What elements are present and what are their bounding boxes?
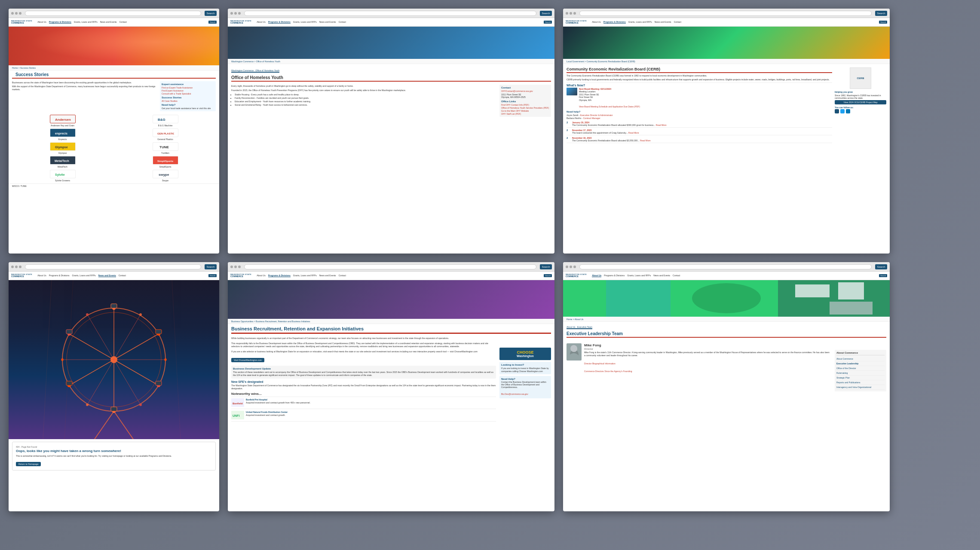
search-btn-4[interactable]: Search	[540, 264, 552, 269]
visit-choosewa-btn[interactable]: Visit ChooseWashington.com	[231, 358, 264, 362]
search-btn-1[interactable]: Search	[205, 11, 217, 16]
nav-about-4[interactable]: About Us	[257, 274, 266, 277]
search-btn-nav-2[interactable]: Search	[544, 21, 552, 24]
nav-about-6[interactable]: About Us	[592, 274, 601, 277]
nav-contact-5[interactable]: Contact	[119, 274, 126, 277]
nav-news-2[interactable]: News and Events	[319, 21, 336, 24]
ohy-link-2[interactable]: Office of Homeless Youth Service Provide…	[501, 107, 549, 109]
about-menu-item-office[interactable]: Office of the Director	[836, 366, 885, 371]
about-menu-item-leadership[interactable]: Executive Leadership	[836, 361, 885, 366]
need-help-email-4[interactable]: Biz.Dev@commerce.wa.gov	[501, 393, 528, 395]
svg-rect-42	[111, 407, 117, 411]
nav-about-2[interactable]: About Us	[257, 21, 266, 24]
error-box: 404 - Page Not Found Oops, looks like yo…	[12, 442, 216, 471]
twitter-icon[interactable]	[840, 109, 845, 113]
nav-about-3[interactable]: About Us	[592, 21, 601, 24]
nav-news-1[interactable]: News and Events	[100, 21, 117, 24]
news-list-text-1: The Community Economic Revitalization Bo…	[572, 124, 667, 126]
nav-about-1[interactable]: About Us	[37, 21, 46, 24]
nav-grants-5[interactable]: Grants, Loans and RFPs	[72, 274, 96, 277]
nav-grants-4[interactable]: Grants, Loans and RFPs	[293, 274, 317, 277]
ohy-link-4[interactable]: OHY Staff List (PDF)	[501, 113, 549, 115]
contact-name-2: Barbara Renfro - Contract Manager	[567, 117, 832, 119]
breadcrumb-6: Home > About Us	[563, 317, 890, 322]
search-btn-5[interactable]: Search	[205, 264, 217, 269]
news-link-1[interactable]: View Board Meeting Schedule and Applicat…	[579, 105, 640, 108]
sidebar-link-2[interactable]: Find Expert Assistance	[162, 89, 214, 92]
search-btn-nav-5[interactable]: Search	[208, 274, 217, 277]
nav-programs-5[interactable]: Programs & Divisions	[49, 274, 70, 277]
nav-contact-4[interactable]: Contact	[339, 274, 346, 277]
about-menu-item-about[interactable]: About Commerce	[836, 357, 885, 361]
nav-contact-6[interactable]: Contact	[673, 274, 680, 277]
nav-contact-1[interactable]: Contact	[119, 21, 127, 24]
search-btn-6[interactable]: Search	[875, 264, 887, 269]
svg-line-49	[172, 280, 181, 439]
svg-rect-41	[156, 381, 162, 385]
about-menu-item-reports[interactable]: Reports and Publications	[836, 380, 885, 385]
nav-grants-3[interactable]: Grants, Loans and RFPs	[628, 21, 652, 24]
nav-programs-3[interactable]: Programs & Divisions	[603, 21, 626, 24]
address-bar-3[interactable]	[579, 11, 872, 16]
site-nav-1: WASHINGTON STATE COMMERCE About Us Progr…	[9, 18, 219, 27]
sub-text-1: With the support of the Washington State…	[12, 85, 157, 91]
linkedin-icon[interactable]	[846, 109, 850, 113]
company-logo-bg: B&G	[153, 115, 178, 123]
nav-grants-6[interactable]: Grants, Loans and RFPs	[627, 274, 651, 277]
new-sfe-title: New SFE's designated	[231, 380, 496, 383]
nav-contact-2[interactable]: Contact	[339, 21, 346, 24]
about-menu-item-rulemaking[interactable]: Rulemaking	[836, 371, 885, 376]
nav-news-4[interactable]: News and Events	[319, 274, 336, 277]
nav-grants-2[interactable]: Grants, Loans and RFPs	[293, 21, 317, 24]
nav-news-6[interactable]: News and Events	[653, 274, 670, 277]
commerce-directors-link[interactable]: Commerce Directors Since the Agency's Fo…	[584, 370, 632, 373]
address-bar-1[interactable]	[25, 11, 201, 16]
about-menu-title: About Commerce	[836, 351, 885, 355]
section-label-6: About Us Executive Team	[567, 326, 592, 329]
about-menu-item-interagency[interactable]: Interagency and Intra-Organizational	[836, 385, 885, 390]
main-text-4: While building businesses organically is…	[231, 337, 496, 340]
facebook-icon[interactable]	[835, 109, 839, 113]
nav-links-6: About Us Programs & Divisions Grants, Lo…	[592, 274, 876, 277]
profile-name: Mike Fong	[584, 343, 831, 347]
address-bar-4[interactable]	[244, 264, 536, 269]
svg-line-45	[95, 411, 114, 439]
search-btn-3[interactable]: Search	[875, 11, 887, 16]
profile-links: Director Biographical Information Commer…	[584, 358, 831, 374]
cerb-project-map-btn[interactable]: View 2024 OCE/CERB Project Map	[835, 100, 886, 104]
address-bar-6[interactable]	[579, 264, 872, 269]
sidebar-link-1[interactable]: Find an Expert Trade Assistance	[162, 86, 214, 89]
company-logo-grid: Andersen Andersen Hay and Grain B&G B & …	[9, 113, 219, 183]
ohy-link-1[interactable]: Find OHY Contact Info (PDF)	[501, 104, 549, 106]
contact-link-1[interactable]: Executive Director & Administrator	[580, 114, 613, 116]
contact-link-2[interactable]: Contract Manager	[583, 117, 600, 119]
looking-title: Looking to Invest?	[501, 364, 549, 366]
nav-news-5[interactable]: News and Events	[98, 274, 116, 277]
return-homepage-btn[interactable]: Return to Homepage	[16, 462, 41, 466]
nav-about-5[interactable]: About Us	[37, 274, 46, 277]
sidebar-all-case-studies[interactable]: All Case Studies	[162, 100, 214, 102]
address-bar-2[interactable]	[244, 11, 536, 16]
page-content-4: WASHINGTON STATE COMMERCE About Us Progr…	[228, 272, 554, 511]
browser-window-cerb: Search WASHINGTON STATE COMMERCE About U…	[563, 9, 890, 254]
contact-email-2[interactable]: OHYContact@commerce.wa.gov	[501, 90, 549, 92]
ohy-link-3[interactable]: Go to the Main OHY Website	[501, 110, 549, 112]
sidebar-link-3[interactable]: Consult with a Trade Specialist	[162, 92, 214, 95]
director-bio-link[interactable]: Director Biographical Information	[584, 362, 616, 365]
address-bar-5[interactable]	[25, 264, 201, 269]
search-btn-nav-4[interactable]: Search	[544, 274, 552, 277]
search-btn-2[interactable]: Search	[540, 11, 552, 16]
nav-programs-1[interactable]: Programs & Divisions	[49, 21, 71, 24]
svg-line-17	[114, 360, 159, 385]
about-menu-item-strategic[interactable]: Strategic Plan	[836, 376, 885, 380]
search-btn-nav-6[interactable]: Search	[879, 274, 887, 277]
nav-programs-4[interactable]: Programs & Divisions	[268, 274, 291, 277]
nav-grants-1[interactable]: Grants, Loans and RFPs	[74, 21, 98, 24]
nav-programs-2[interactable]: Programs & Divisions	[268, 21, 291, 24]
nav-contact-3[interactable]: Contact	[674, 21, 681, 24]
nav-news-3[interactable]: News and Events	[655, 21, 671, 24]
search-btn-nav-1[interactable]: Search	[208, 21, 217, 24]
company-name-sylvite: Sylvite Growers	[55, 179, 70, 182]
search-btn-nav-3[interactable]: Search	[879, 21, 887, 24]
nav-programs-6[interactable]: Programs & Divisions	[604, 274, 625, 277]
